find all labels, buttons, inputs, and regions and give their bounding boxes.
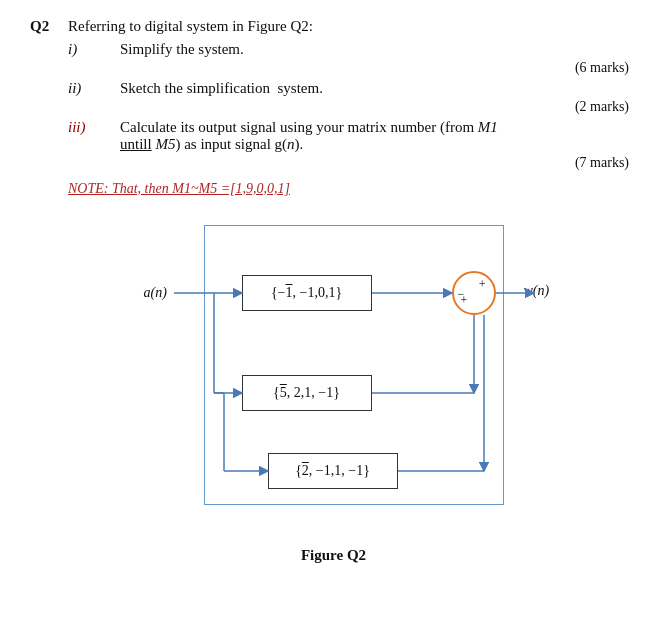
question-block: Q2 Referring to digital system in Figure… bbox=[30, 18, 637, 35]
filter-box-2: {5, 2,1, −1} bbox=[242, 375, 372, 411]
part-iii-content: Calculate its output signal using your m… bbox=[120, 119, 637, 153]
summation-circle: + + − bbox=[452, 271, 496, 315]
figure-caption: Figure Q2 bbox=[301, 547, 366, 564]
question-intro: Referring to digital system in Figure Q2… bbox=[68, 18, 637, 35]
filter-box-1: {−1, −1,0,1} bbox=[242, 275, 372, 311]
filter-box-3: {2, −1,1, −1} bbox=[268, 453, 398, 489]
sum-plus-top: + bbox=[479, 277, 486, 292]
part-ii-marks: (2 marks) bbox=[68, 99, 637, 115]
note-line: NOTE: That, then M1~M5 =[1,9,0,0,1] bbox=[68, 181, 637, 197]
part-ii-label: ii) bbox=[68, 80, 120, 97]
part-i-content: Simplify the system. bbox=[120, 41, 637, 58]
figure-area: {−1, −1,0,1} {5, 2,1, −1} {2, −1,1, −1} … bbox=[30, 215, 637, 564]
part-iii-row: iii) Calculate its output signal using y… bbox=[68, 119, 637, 153]
question-number: Q2 bbox=[30, 18, 68, 35]
part-iii-label: iii) bbox=[68, 119, 120, 136]
input-label: a(n) bbox=[144, 285, 167, 301]
part-i-row: i) Simplify the system. bbox=[68, 41, 637, 58]
note-text: NOTE: That, then M1~M5 =[1,9,0,0,1] bbox=[68, 181, 290, 196]
output-label: w(n) bbox=[524, 283, 550, 299]
question-parts: i) Simplify the system. (6 marks) ii) Sk… bbox=[68, 41, 637, 171]
part-iii-marks: (7 marks) bbox=[68, 155, 637, 171]
part-ii-content: Sketch the simplification system. bbox=[120, 80, 637, 97]
part-ii-row: ii) Sketch the simplification system. bbox=[68, 80, 637, 97]
part-i-label: i) bbox=[68, 41, 120, 58]
part-i-marks: (6 marks) bbox=[68, 60, 637, 76]
sum-minus-mid: − bbox=[458, 287, 465, 302]
figure-container: {−1, −1,0,1} {5, 2,1, −1} {2, −1,1, −1} … bbox=[124, 215, 584, 535]
